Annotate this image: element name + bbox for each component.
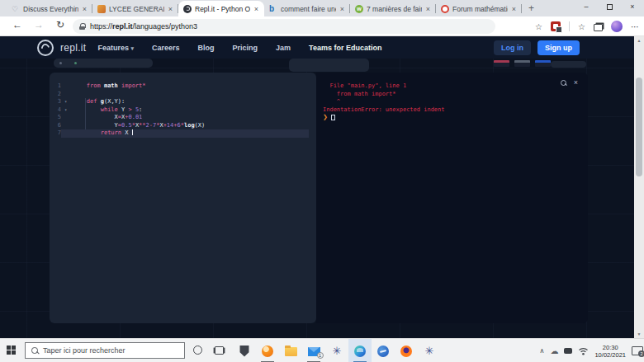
taskbar-app-steam-icon[interactable] [372, 339, 395, 362]
console-output: File "main.py", line 1 from math import*… [323, 82, 445, 122]
taskbar-app-file-explorer-icon[interactable] [279, 339, 302, 362]
nav-item-careers[interactable]: Careers [152, 44, 180, 52]
nav-item-features[interactable]: Features ▾ [97, 44, 134, 52]
start-button[interactable] [7, 346, 17, 355]
code-line[interactable]: 3▾ def g(X,Y): [50, 98, 316, 106]
restore-icon [607, 4, 613, 10]
line-number: 7 [50, 129, 61, 138]
file-explorer-icon [285, 347, 297, 356]
bookmark-star-icon[interactable]: ☆ [535, 22, 542, 31]
tab-title: Repl.it - Python Online [195, 5, 250, 13]
scroll-up-icon[interactable]: ▲ [634, 38, 644, 43]
edge-icon [354, 346, 366, 357]
line-number: 1 [50, 82, 61, 91]
taskbar-app-mail-icon[interactable]: 1 [302, 339, 325, 362]
device-tray-icon[interactable] [564, 348, 572, 354]
code-editor[interactable]: 1 from math import*23▾ def g(X,Y):4▾ whi… [50, 73, 316, 323]
profile-avatar[interactable] [611, 21, 623, 32]
browser-tab[interactable]: LYCEE GENERAL PIERRE× [92, 1, 178, 16]
window-controls: – × [575, 0, 644, 15]
tab-close-icon[interactable]: × [511, 5, 517, 13]
tab-close-icon[interactable]: × [425, 5, 431, 13]
new-tab-button[interactable]: + [528, 2, 534, 14]
line-number: 4 [50, 106, 61, 115]
replit-brand[interactable]: repl.it [60, 42, 86, 54]
cortana-icon[interactable] [193, 346, 202, 355]
code-line[interactable]: 2 [50, 91, 316, 99]
replit-logo-icon[interactable] [37, 40, 54, 56]
minimize-icon[interactable]: – [575, 0, 598, 15]
code-line[interactable]: 5 X=X+0.01 [50, 114, 316, 122]
extension-icon[interactable] [551, 21, 561, 31]
login-button[interactable]: Log in [494, 40, 531, 55]
tab-title: 7 manières de faire une [367, 5, 422, 13]
signup-button[interactable]: Sign up [537, 40, 580, 55]
console-prompt-row[interactable]: ❯ [323, 114, 445, 122]
deco-mini-window [494, 60, 509, 67]
taskbar-app-firefox-icon[interactable] [395, 339, 418, 362]
taskbar-app-wot-shield-icon[interactable] [233, 339, 256, 362]
browser-tab[interactable]: Forum mathématiques× [436, 1, 522, 16]
tab-close-icon[interactable]: × [82, 5, 88, 13]
collections-icon[interactable] [594, 24, 603, 31]
taskbar-search[interactable]: Taper ici pour rechercher [25, 342, 185, 359]
tab-close-icon[interactable]: × [253, 5, 259, 13]
orange-browser-icon [262, 346, 273, 357]
chevron-down-icon: ▾ [130, 45, 134, 51]
console-error-line: IndentationError: unexpected indent [323, 106, 445, 115]
nav-item-teams-for-education[interactable]: Teams for Education [309, 44, 381, 52]
code-text: return X [73, 129, 133, 138]
replit-header: repl.it Features ▾CareersBlogPricingJamT… [0, 36, 634, 59]
console-panel[interactable]: × File "main.py", line 1 from math impor… [316, 73, 588, 323]
nav-item-jam[interactable]: Jam [276, 44, 291, 52]
app-badge: 1 [317, 352, 324, 359]
fold-arrow-icon[interactable]: ▾ [64, 106, 67, 115]
console-search-icon[interactable] [561, 80, 566, 86]
browser-tab[interactable]: Repl.it - Python Online× [178, 1, 264, 16]
tab-close-icon[interactable]: × [168, 5, 173, 13]
tab-close-icon[interactable]: × [339, 5, 345, 13]
back-icon[interactable]: ← [10, 19, 25, 31]
close-icon[interactable]: × [621, 0, 644, 15]
page-scrollbar[interactable]: ▲ ▼ [634, 36, 644, 338]
console-tools: × [561, 80, 578, 86]
code-line[interactable]: 6 Y=0.5*X**2-7*X+14+6*log(X) [50, 122, 316, 130]
taskbar-app-orange-browser-icon[interactable] [256, 339, 279, 362]
code-text: def g(X,Y): [73, 98, 125, 106]
code-line[interactable]: 7 return X [50, 129, 316, 138]
taskbar-app-star-app-icon[interactable]: ✳ [325, 339, 348, 362]
tray-chevron-icon[interactable]: ∧ [540, 347, 545, 355]
browser-tab[interactable]: bcomment faire une cap× [264, 1, 350, 16]
address-bar[interactable]: https://repl.it/languages/python3 [73, 19, 495, 34]
browser-tab[interactable]: w7 manières de faire une× [350, 1, 436, 16]
url-text: https://repl.it/languages/python3 [90, 22, 197, 31]
deco-mini-window [535, 60, 551, 67]
onedrive-cloud-icon[interactable]: ☁ [550, 346, 558, 355]
clock[interactable]: 20:30 10/02/2021 [594, 344, 626, 359]
code-line[interactable]: 4▾ while Y > 5: [50, 106, 316, 115]
scroll-down-icon[interactable]: ▼ [634, 331, 644, 336]
browser-tab-strip: ♡Discuss Everything Abo×LYCEE GENERAL PI… [0, 0, 644, 16]
code-line[interactable]: 1 from math import* [50, 82, 316, 91]
notification-center-icon[interactable]: 2 [632, 346, 642, 355]
console-close-icon[interactable]: × [574, 80, 578, 86]
scrollbar-thumb[interactable] [636, 78, 642, 176]
search-icon [31, 347, 38, 354]
taskbar-app-edge-icon[interactable] [348, 339, 372, 362]
school-icon [97, 5, 106, 13]
reload-icon[interactable]: ↻ [53, 19, 68, 31]
taskbar-apps: 1✳✳ [233, 339, 441, 362]
nav-item-blog[interactable]: Blog [198, 44, 215, 52]
lock-icon [79, 23, 85, 30]
fold-arrow-icon[interactable]: ▾ [64, 98, 67, 106]
taskbar-app-star-app2-icon[interactable]: ✳ [418, 339, 441, 362]
browser-tab[interactable]: ♡Discuss Everything Abo× [7, 1, 92, 16]
maximize-icon[interactable] [598, 0, 621, 15]
menu-dots-icon[interactable]: ⋯ [631, 22, 639, 31]
task-view-icon[interactable] [215, 346, 224, 355]
wifi-icon[interactable] [578, 346, 589, 355]
favorites-icon[interactable]: ☆ [578, 22, 585, 31]
nav-item-pricing[interactable]: Pricing [233, 44, 258, 52]
wot-shield-icon [239, 346, 250, 357]
line-number: 5 [50, 114, 61, 122]
